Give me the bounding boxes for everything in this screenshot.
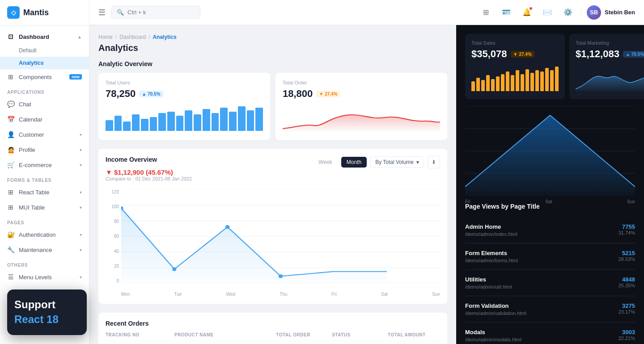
mui-table-label: MUI Table — [19, 204, 75, 211]
support-popup[interactable]: Support React 18 — [7, 289, 87, 335]
income-card: Income Overview ▼ $1,12,900 (45.67%) Com… — [98, 149, 447, 304]
income-line-chart-svg — [121, 189, 440, 283]
pv-right-4: 3003 22.21% — [619, 329, 635, 341]
stat-value-sales: $35,078 ▼ 27.4% — [471, 48, 559, 60]
pv-pct-2: 25.35% — [619, 283, 635, 288]
sidebar-sub-item-analytics[interactable]: Analytics — [0, 57, 89, 69]
pv-name-4: Modals — [465, 329, 521, 336]
new-badge: new — [69, 74, 82, 80]
hamburger-icon[interactable]: ☰ — [98, 8, 106, 17]
bar — [540, 71, 544, 91]
search-input[interactable] — [127, 9, 186, 16]
arrow-up-icon2: ▲ — [626, 52, 630, 57]
sidebar-item-menu-levels[interactable]: ☰ Menu Levels ▾ — [0, 269, 89, 285]
sidebar-item-ecommerce[interactable]: 🛒 E-commerce ▾ — [0, 157, 89, 172]
ecommerce-icon: 🛒 — [7, 161, 14, 168]
sidebar-item-chat[interactable]: 💬 Chat — [0, 96, 89, 112]
sidebar-item-dashboard[interactable]: ⊡ Dashboard ▲ — [0, 29, 89, 44]
bar — [255, 108, 263, 131]
pv-right-0: 7755 31.74% — [619, 223, 635, 235]
user-name: Stebin Ben — [605, 9, 635, 16]
sidebar-item-mui-table[interactable]: ⊞ MUI Table ▾ — [0, 200, 89, 215]
notification-icon-btn[interactable]: 🔔 — [519, 5, 534, 20]
user-card-icon-btn[interactable]: 🪪 — [499, 5, 514, 20]
sidebar-item-components[interactable]: ⊞ Components new — [0, 69, 89, 84]
chevron-down-icon2: ▾ — [80, 147, 82, 152]
chevron-down-icon7: ▾ — [80, 248, 82, 252]
content-left: Home / Dashboard / Analytics Analytics A… — [89, 25, 456, 344]
bar — [511, 75, 514, 91]
page-title: Analytics — [98, 43, 447, 53]
sidebar-item-maintenance[interactable]: 🔧 Maintenance ▾ — [0, 242, 89, 257]
volume-select[interactable]: By Total Volume ▾ — [370, 156, 424, 168]
bar — [185, 110, 192, 131]
settings-icon-btn[interactable]: ⚙️ — [560, 5, 576, 20]
topbar-user[interactable]: SB Stebin Ben — [587, 5, 635, 20]
bar — [194, 114, 201, 131]
sales-bar-chart — [471, 64, 559, 91]
grid-icon-btn[interactable]: ⊞ — [478, 5, 493, 20]
bar — [476, 78, 480, 91]
month-btn[interactable]: Month — [341, 157, 367, 168]
pv-path-0: /demo/admin/index.html — [465, 231, 517, 237]
bar — [516, 70, 519, 91]
pv-path-2: /demo/admin/util.html — [465, 284, 512, 289]
pv-count-0: 7755 — [619, 223, 635, 230]
chevron-down-icon4: ▾ — [80, 190, 82, 195]
sidebar-item-calendar[interactable]: 📅 Calendar — [0, 112, 89, 127]
sidebar-item-react-table[interactable]: ⊞ React Table ▾ — [0, 185, 89, 200]
sidebar-item-profile[interactable]: 🙍 Profile ▾ — [0, 142, 89, 157]
dashboard-label: Dashboard — [19, 34, 73, 40]
chevron-down-icon9: ▾ — [416, 159, 419, 165]
mail-icon-btn[interactable]: ✉️ — [540, 5, 555, 20]
orders-card: Recent Orders Tracking No Product Name T… — [98, 313, 447, 344]
page-views-list: Admin Home /demo/admin/index.html 7755 3… — [465, 217, 635, 344]
svg-point-8 — [172, 267, 177, 271]
week-btn[interactable]: Week — [313, 157, 337, 168]
bar — [114, 116, 122, 131]
bar — [530, 73, 534, 91]
sidebar-logo: ◇ Mantis — [0, 0, 89, 25]
pv-name-2: Utilities — [465, 276, 512, 283]
sidebar-item-authentication[interactable]: 🔐 Authentication ▾ — [0, 227, 89, 242]
react-table-label: React Table — [19, 189, 75, 196]
auth-label: Authentication — [19, 231, 75, 238]
pv-right-1: 5215 28.53% — [619, 250, 635, 262]
bar — [555, 67, 559, 91]
topbar-right: ⊞ 🪪 🔔 ✉️ ⚙️ SB Stebin Ben — [478, 5, 635, 20]
orders-title: Recent Orders — [106, 320, 440, 327]
search-box[interactable]: 🔍 — [111, 6, 200, 19]
pv-name-1: Form Elements — [465, 250, 518, 256]
breadcrumb-home[interactable]: Home — [98, 34, 113, 40]
chat-icon: 💬 — [7, 101, 14, 108]
pv-pct-3: 23.17% — [619, 309, 635, 315]
calendar-label: Calendar — [19, 116, 82, 123]
income-controls: Week Month By Total Volume ▾ ⬇ — [313, 156, 440, 168]
breadcrumb-dashboard[interactable]: Dashboard — [119, 34, 146, 40]
income-header: Income Overview ▼ $1,12,900 (45.67%) Com… — [106, 156, 440, 187]
analytics-label: Analytics — [19, 60, 44, 66]
bar — [220, 108, 228, 131]
gear-icon: ⚙️ — [564, 8, 572, 17]
col-product: Product Name — [174, 332, 272, 337]
components-label: Components — [19, 74, 65, 80]
pv-path-3: /demo/admin/validation.html — [465, 310, 526, 316]
orders-table-header: Tracking No Product Name Total Order Sta… — [106, 332, 440, 341]
stat-badge-sales: ▼ 27.4% — [511, 51, 534, 58]
analytic-overview-title: Analytic Overview — [98, 60, 447, 67]
bar — [212, 113, 219, 131]
bar — [141, 119, 148, 131]
download-btn[interactable]: ⬇ — [428, 156, 440, 168]
sidebar-item-customer[interactable]: 👤 Customer ▾ — [0, 127, 89, 142]
stat-label-users: Total Users — [106, 80, 263, 85]
bar — [501, 74, 504, 92]
menu-levels-icon: ☰ — [7, 273, 14, 281]
stat-value-orders: 18,800 ▼ 27.4% — [283, 88, 440, 100]
sidebar-sub-item-default[interactable]: Default — [0, 44, 89, 57]
bar — [247, 110, 254, 131]
dashboard-icon: ⊡ — [7, 33, 14, 40]
pv-count-3: 3275 — [619, 302, 635, 309]
bar — [167, 112, 175, 131]
ecommerce-label: E-commerce — [19, 162, 75, 168]
notification-badge — [529, 7, 533, 10]
